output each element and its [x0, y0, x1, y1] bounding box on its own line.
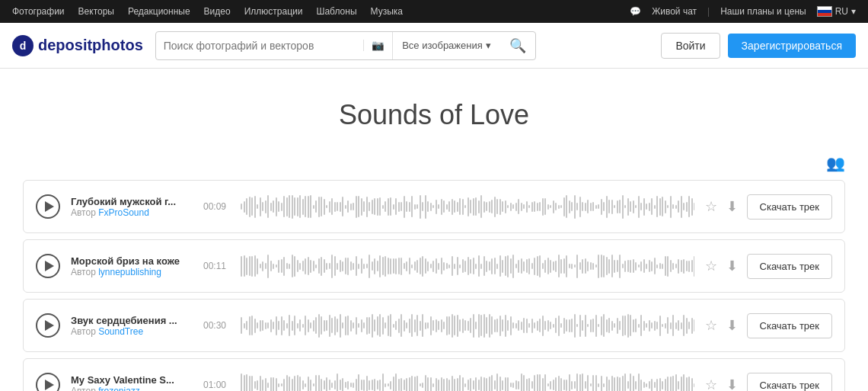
waveform-bar	[363, 264, 365, 269]
download-icon[interactable]: ⬇	[726, 198, 738, 215]
favorite-icon[interactable]: ☆	[705, 317, 717, 334]
waveform-bar	[388, 316, 389, 336]
nav-templates[interactable]: Шаблоны	[316, 6, 356, 17]
waveform-bar	[526, 379, 528, 391]
nav-video[interactable]: Видео	[204, 6, 231, 17]
waveform[interactable]	[241, 310, 694, 341]
waveform-bar	[635, 381, 637, 389]
author-link[interactable]: FxProSound	[98, 207, 149, 218]
download-button[interactable]: Скачать трек	[747, 254, 832, 279]
waveform-bar	[512, 322, 514, 329]
author-link[interactable]: SoundTree	[98, 326, 143, 337]
waveform-bar	[420, 195, 421, 219]
waveform-bar	[432, 383, 434, 387]
waveform-bar	[318, 197, 320, 217]
nav-editorial[interactable]: Редакционные	[128, 6, 190, 17]
waveform-bar	[398, 379, 400, 391]
waveform-bar	[662, 381, 663, 389]
waveform-bar	[643, 259, 645, 273]
language-selector[interactable]: RU ▾	[817, 6, 856, 17]
nav-music[interactable]: Музыка	[371, 6, 403, 17]
waveform-bar	[432, 205, 434, 208]
waveform-bar	[464, 261, 466, 272]
nav-vectors[interactable]: Векторы	[78, 6, 114, 17]
waveform-bar	[681, 260, 682, 272]
waveform-bar	[334, 256, 336, 276]
waveform-bar	[273, 322, 274, 329]
waveform[interactable]	[241, 191, 694, 222]
download-button[interactable]: Скачать трек	[747, 373, 832, 392]
waveform[interactable]	[241, 370, 694, 391]
waveform-bar	[539, 319, 541, 332]
filter-dropdown[interactable]: Все изображения ▾	[392, 31, 500, 60]
waveform-bar	[553, 200, 554, 213]
waveform-bar	[553, 324, 554, 328]
waveform[interactable]	[241, 251, 694, 281]
waveform-bar	[342, 322, 343, 329]
waveform-bar	[260, 197, 261, 216]
live-chat-link[interactable]: Живой чат	[652, 6, 697, 17]
waveform-bar	[512, 204, 514, 209]
waveform-bar	[475, 377, 477, 392]
favorite-icon[interactable]: ☆	[705, 377, 717, 391]
waveform-bar	[662, 324, 663, 327]
waveform-bar	[369, 202, 370, 211]
waveform-bar	[443, 379, 445, 392]
play-button[interactable]	[36, 373, 60, 391]
waveform-bar	[542, 378, 544, 391]
track-author: Автор FxProSound	[71, 207, 193, 218]
play-button[interactable]	[36, 313, 60, 338]
waveform-bar	[640, 380, 642, 391]
waveform-bar	[353, 203, 354, 210]
play-button[interactable]	[36, 194, 60, 219]
search-button[interactable]: 🔍	[500, 37, 535, 54]
download-button[interactable]: Скачать трек	[747, 313, 832, 338]
nav-photos[interactable]: Фотографии	[12, 6, 65, 17]
download-icon[interactable]: ⬇	[726, 377, 738, 391]
download-icon[interactable]: ⬇	[726, 317, 738, 334]
nav-illustrations[interactable]: Иллюстрации	[244, 6, 303, 17]
logo[interactable]: d depositphotos	[12, 35, 143, 56]
plans-link[interactable]: Наши планы и цены	[720, 6, 806, 17]
waveform-bar	[694, 256, 694, 277]
download-icon[interactable]: ⬇	[726, 258, 738, 274]
waveform-bar	[302, 261, 304, 271]
favorite-icon[interactable]: ☆	[705, 258, 717, 274]
users-icon[interactable]: 👥	[826, 154, 845, 172]
waveform-bar	[244, 255, 245, 277]
waveform-bar	[326, 320, 327, 331]
waveform-bar	[436, 378, 437, 391]
waveform-bar	[446, 378, 448, 391]
waveform-bar	[691, 198, 693, 216]
camera-button[interactable]: 📷	[363, 40, 392, 51]
waveform-bar	[518, 260, 519, 273]
waveform-bar	[377, 380, 378, 389]
waveform-bar	[475, 322, 477, 329]
waveform-bar	[425, 258, 426, 274]
waveform-bar	[606, 257, 608, 275]
author-link[interactable]: lynnepublishing	[98, 267, 161, 277]
waveform-bar	[345, 205, 346, 209]
waveform-bar	[416, 204, 418, 209]
waveform-bar	[358, 264, 359, 269]
play-button[interactable]	[36, 254, 60, 278]
favorite-icon[interactable]: ☆	[705, 198, 717, 215]
login-button[interactable]: Войти	[661, 33, 720, 59]
waveform-bar	[310, 322, 311, 329]
waveform-bar	[521, 322, 522, 330]
search-input[interactable]	[156, 40, 363, 52]
track-info: Звук сердцебиения ... Автор SoundTree	[71, 315, 193, 337]
waveform-bar	[372, 261, 373, 271]
waveform-bar	[539, 255, 541, 277]
waveform-bar	[462, 319, 464, 333]
waveform-bar	[321, 316, 322, 335]
waveform-bar	[614, 323, 615, 328]
register-button[interactable]: Зарегистрироваться	[728, 34, 856, 58]
waveform-bar	[534, 375, 535, 392]
waveform-bar	[571, 202, 573, 211]
track-item: Морской бриз на коже Автор lynnepublishi…	[23, 239, 845, 293]
download-button[interactable]: Скачать трек	[747, 194, 832, 220]
waveform-bar	[691, 260, 693, 272]
waveform-bar	[361, 380, 362, 390]
author-link[interactable]: frozenjazz	[98, 386, 140, 392]
